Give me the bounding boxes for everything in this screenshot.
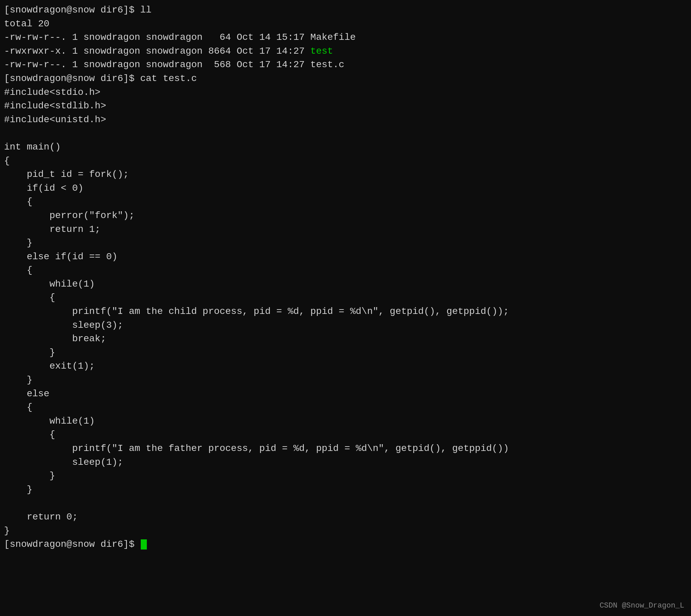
cursor-block <box>141 540 147 550</box>
line-brace8: { <box>4 401 687 415</box>
line-brace5: { <box>4 291 687 305</box>
line-blank2 <box>4 497 687 510</box>
line-brace11: } <box>4 483 687 497</box>
line-total: total 20 <box>4 17 687 31</box>
line-sleep1: sleep(1); <box>4 456 687 469</box>
line-brace-close: } <box>4 524 687 538</box>
line-perror: perror("fork"); <box>4 209 687 223</box>
line-prompt-cat: [snowdragon@snow dir6]$ cat test.c <box>4 72 687 86</box>
line-while1: while(1) <box>4 278 687 291</box>
line-if: if(id < 0) <box>4 182 687 195</box>
terminal: [snowdragon@snow dir6]$ ll total 20 -rw-… <box>4 3 687 552</box>
line-brace9: { <box>4 428 687 442</box>
line-include1: #include<stdio.h> <box>4 86 687 100</box>
line-break: break; <box>4 332 687 346</box>
line-main: int main() <box>4 140 687 154</box>
line-brace4: { <box>4 264 687 278</box>
line-return1: return 1; <box>4 223 687 237</box>
line-pid: pid_t id = fork(); <box>4 168 687 182</box>
line-brace7: } <box>4 373 687 387</box>
line-makefile: -rw-rw-r--. 1 snowdragon snowdragon 64 O… <box>4 31 687 45</box>
line-include3: #include<unistd.h> <box>4 113 687 127</box>
line-brace-open: { <box>4 154 687 168</box>
line-while2: while(1) <box>4 415 687 428</box>
line-brace2: { <box>4 195 687 209</box>
line-prompt-end: [snowdragon@snow dir6]$ <box>4 538 687 552</box>
line-test-bin: -rwxrwxr-x. 1 snowdragon snowdragon 8664… <box>4 45 687 59</box>
line-blank1 <box>4 127 687 140</box>
line-return0: return 0; <box>4 510 687 524</box>
line-include2: #include<stdlib.h> <box>4 99 687 113</box>
line-else-if: else if(id == 0) <box>4 250 687 264</box>
line-else: else <box>4 387 687 401</box>
line-test-c: -rw-rw-r--. 1 snowdragon snowdragon 568 … <box>4 58 687 72</box>
line-brace10: } <box>4 469 687 483</box>
line-printf1: printf("I am the child process, pid = %d… <box>4 305 687 318</box>
line-exit: exit(1); <box>4 359 687 373</box>
line-brace6: } <box>4 346 687 360</box>
line-printf2: printf("I am the father process, pid = %… <box>4 442 687 456</box>
line-sleep3: sleep(3); <box>4 318 687 332</box>
test-binary-label: test <box>310 46 333 57</box>
watermark-label: CSDN @Snow_Dragon_L <box>600 600 684 611</box>
line-prompt-ll: [snowdragon@snow dir6]$ ll <box>4 3 687 17</box>
line-brace3: } <box>4 236 687 250</box>
